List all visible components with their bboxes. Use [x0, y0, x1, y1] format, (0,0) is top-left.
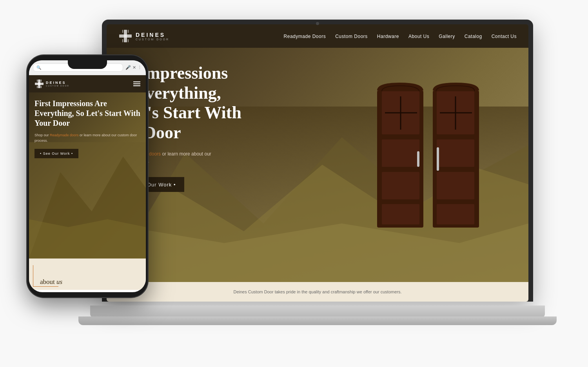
laptop-hero-title: st Impressions e Everything, Let's Start… — [122, 63, 312, 143]
close-icon[interactable]: ✕ — [132, 65, 136, 70]
svg-rect-22 — [437, 172, 474, 199]
svg-rect-14 — [382, 172, 419, 199]
laptop-screen: DEINES CUSTOM DOOR Readymade Doors Custo… — [107, 24, 528, 302]
phone-readymade-link[interactable]: Readymade doors — [50, 133, 79, 137]
laptop: DEINES CUSTOM DOOR Readymade Doors Custo… — [102, 20, 533, 325]
svg-point-2 — [124, 34, 127, 38]
svg-rect-33 — [41, 86, 42, 88]
svg-marker-36 — [29, 219, 146, 259]
phone-nav: DEINES CUSTOM DOOR — [29, 75, 146, 92]
nav-link-about[interactable]: About Us — [408, 34, 429, 39]
nav-item-about[interactable]: About Us — [408, 33, 429, 40]
phone-logo-sub: CUSTOM DOOR — [46, 85, 69, 87]
laptop-camera — [316, 22, 319, 25]
about-border-decoration — [33, 265, 58, 287]
phone-body: 🔍 🎤 ✕ ⋮ — [27, 55, 148, 298]
nav-item-gallery[interactable]: Gallery — [439, 33, 455, 40]
hamburger-line-3 — [133, 85, 140, 86]
logo-text: DEINES CUSTOM DOOR — [136, 32, 169, 41]
door-svg — [373, 83, 483, 231]
svg-rect-23 — [437, 204, 474, 224]
nav-link-readymade[interactable]: Readymade Doors — [284, 34, 326, 39]
nav-item-hardware[interactable]: Hardware — [377, 33, 399, 40]
nav-item-readymade[interactable]: Readymade Doors — [284, 33, 326, 40]
hamburger-line-1 — [133, 81, 140, 82]
svg-rect-4 — [128, 30, 129, 33]
phone-hero-content: First Impressions Are Everything, So Let… — [34, 99, 140, 158]
svg-rect-31 — [41, 80, 42, 82]
logo-sub: CUSTOM DOOR — [136, 38, 169, 41]
phone-browser-icons: 🎤 ✕ ⋮ — [125, 65, 142, 70]
laptop-footer-strip: Deines Custom Door takes pride in the qu… — [107, 282, 528, 302]
phone-screen: 🔍 🎤 ✕ ⋮ — [29, 60, 146, 292]
more-icon[interactable]: ⋮ — [138, 65, 142, 70]
phone-hero-title: First Impressions Are Everything, So Let… — [34, 99, 140, 128]
laptop-website: DEINES CUSTOM DOOR Readymade Doors Custo… — [107, 24, 528, 302]
laptop-hero-subtitle: Readymade doors or learn more about our … — [122, 150, 312, 165]
phone-search-icon: 🔍 — [36, 65, 41, 70]
nav-link-catalog[interactable]: Catalog — [465, 34, 482, 39]
mic-icon[interactable]: 🎤 — [125, 65, 131, 70]
laptop-hero: st Impressions e Everything, Let's Start… — [107, 48, 528, 282]
nav-item-custom[interactable]: Custom Doors — [335, 33, 368, 40]
phone-hero-subtitle: Shop our Readymade doors or learn more a… — [34, 133, 140, 143]
phone-logo-name: DEINES — [46, 81, 69, 85]
laptop-footer-text: Deines Custom Door takes pride in the qu… — [234, 289, 402, 294]
nav-link-gallery[interactable]: Gallery — [439, 34, 455, 39]
svg-rect-30 — [37, 80, 38, 82]
phone-logo: DEINES CUSTOM DOOR — [34, 79, 69, 89]
nav-item-catalog[interactable]: Catalog — [465, 33, 482, 40]
phone-cta-button[interactable]: • See Our Work • — [34, 149, 78, 158]
svg-rect-18 — [417, 151, 419, 167]
phone-website: DEINES CUSTOM DOOR — [29, 75, 146, 290]
door-image — [339, 52, 517, 262]
phone-logo-text: DEINES CUSTOM DOOR — [46, 81, 69, 87]
nav-item-contact[interactable]: Contact Us — [492, 33, 517, 40]
svg-rect-26 — [437, 147, 439, 171]
nav-links: Readymade Doors Custom Doors Hardware Ab… — [284, 33, 517, 40]
phone-footer-strip: about us — [29, 259, 146, 290]
phone-hero: First Impressions Are Everything, So Let… — [29, 92, 146, 259]
nav-link-hardware[interactable]: Hardware — [377, 34, 399, 39]
phone-notch — [68, 60, 107, 69]
phone: 🔍 🎤 ✕ ⋮ — [27, 55, 148, 298]
svg-point-29 — [38, 83, 40, 85]
laptop-logo: DEINES CUSTOM DOOR — [118, 29, 169, 43]
svg-rect-6 — [128, 39, 129, 42]
svg-rect-3 — [122, 30, 123, 33]
scene: DEINES CUSTOM DOOR Readymade Doors Custo… — [0, 0, 588, 367]
svg-rect-13 — [382, 139, 419, 167]
nav-link-custom[interactable]: Custom Doors — [335, 34, 368, 39]
hamburger-line-2 — [133, 83, 140, 84]
phone-logo-icon — [34, 79, 44, 89]
svg-rect-15 — [382, 204, 419, 224]
laptop-body: DEINES CUSTOM DOOR Readymade Doors Custo… — [102, 20, 533, 302]
hamburger-menu[interactable] — [133, 81, 140, 86]
svg-rect-21 — [437, 139, 474, 167]
phone-mountain-bg — [29, 142, 146, 259]
svg-rect-32 — [37, 86, 38, 88]
laptop-nav: DEINES CUSTOM DOOR Readymade Doors Custo… — [107, 24, 528, 48]
svg-rect-5 — [122, 39, 123, 42]
laptop-hero-content: st Impressions e Everything, Let's Start… — [122, 63, 312, 192]
laptop-base — [90, 306, 545, 317]
logo-icon — [118, 29, 132, 43]
laptop-base-bottom — [78, 316, 557, 325]
logo-name: DEINES — [136, 32, 169, 38]
nav-link-contact[interactable]: Contact Us — [492, 34, 517, 39]
